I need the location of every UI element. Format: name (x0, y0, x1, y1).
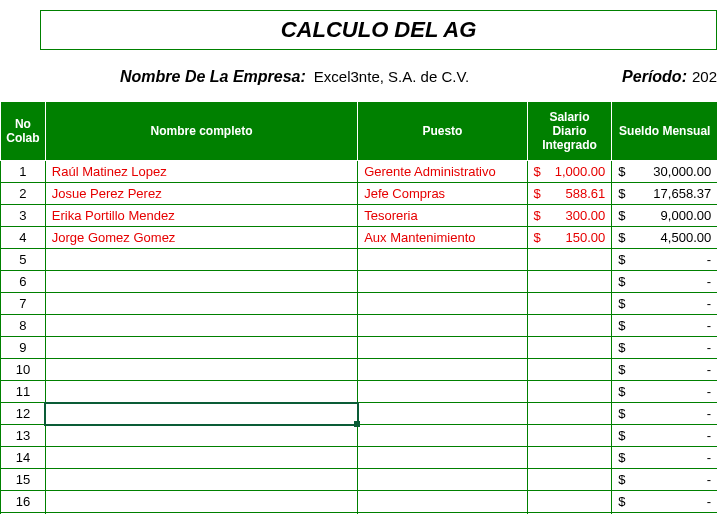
cell-nombre[interactable] (45, 381, 357, 403)
cell-sueldo[interactable]: $- (612, 293, 717, 315)
cell-no[interactable]: 15 (1, 469, 46, 491)
cell-puesto[interactable] (358, 381, 527, 403)
cell-salario[interactable] (527, 315, 612, 337)
cell-nombre[interactable]: Raúl Matinez Lopez (45, 161, 357, 183)
cell-puesto[interactable] (358, 271, 527, 293)
cell-salario[interactable]: $588.61 (527, 183, 612, 205)
cell-no[interactable]: 3 (1, 205, 46, 227)
cell-salario[interactable] (527, 271, 612, 293)
cell-puesto[interactable] (358, 469, 527, 491)
cell-nombre[interactable] (45, 293, 357, 315)
cell-sueldo[interactable]: $30,000.00 (612, 161, 717, 183)
cell-no[interactable]: 13 (1, 425, 46, 447)
cell-puesto[interactable]: Gerente Administrativo (358, 161, 527, 183)
cell-sueldo[interactable]: $- (612, 249, 717, 271)
cell-sueldo[interactable]: $- (612, 359, 717, 381)
cell-nombre[interactable] (45, 447, 357, 469)
cell-sueldo[interactable]: $- (612, 469, 717, 491)
cell-puesto[interactable] (358, 293, 527, 315)
cell-puesto[interactable] (358, 491, 527, 513)
cell-nombre[interactable] (45, 337, 357, 359)
cell-nombre[interactable] (45, 315, 357, 337)
period-label: Período: (622, 68, 687, 86)
cell-nombre[interactable] (45, 491, 357, 513)
cell-no[interactable]: 12 (1, 403, 46, 425)
cell-no[interactable]: 5 (1, 249, 46, 271)
cell-salario[interactable] (527, 293, 612, 315)
table-row: 3Erika Portillo MendezTesoreria$300.00$9… (1, 205, 718, 227)
cell-no[interactable]: 7 (1, 293, 46, 315)
cell-nombre[interactable] (45, 271, 357, 293)
header-puesto[interactable]: Puesto (358, 102, 527, 161)
header-salario[interactable]: Salario Diario Integrado (527, 102, 612, 161)
cell-salario[interactable] (527, 403, 612, 425)
cell-sueldo[interactable]: $- (612, 337, 717, 359)
cell-sueldo[interactable]: $- (612, 425, 717, 447)
cell-no[interactable]: 8 (1, 315, 46, 337)
currency-value: 1,000.00 (555, 164, 606, 179)
cell-salario[interactable] (527, 381, 612, 403)
currency-sign: $ (618, 428, 625, 443)
header-no-colab[interactable]: No Colab (1, 102, 46, 161)
cell-puesto[interactable] (358, 425, 527, 447)
cell-sueldo[interactable]: $- (612, 491, 717, 513)
cell-puesto[interactable] (358, 359, 527, 381)
cell-sueldo[interactable]: $17,658.37 (612, 183, 717, 205)
currency-sign: $ (618, 384, 625, 399)
cell-no[interactable]: 16 (1, 491, 46, 513)
cell-salario[interactable] (527, 469, 612, 491)
header-sueldo[interactable]: Sueldo Mensual (612, 102, 717, 161)
cell-no[interactable]: 9 (1, 337, 46, 359)
currency-sign: $ (534, 230, 541, 245)
cell-sueldo[interactable]: $- (612, 271, 717, 293)
cell-nombre[interactable] (45, 249, 357, 271)
cell-salario[interactable] (527, 337, 612, 359)
cell-puesto[interactable]: Aux Mantenimiento (358, 227, 527, 249)
cell-no[interactable]: 6 (1, 271, 46, 293)
cell-puesto[interactable] (358, 315, 527, 337)
cell-sueldo[interactable]: $- (612, 315, 717, 337)
cell-nombre[interactable]: Jorge Gomez Gomez (45, 227, 357, 249)
cell-sueldo[interactable]: $- (612, 403, 717, 425)
cell-salario[interactable] (527, 249, 612, 271)
cell-puesto[interactable]: Tesoreria (358, 205, 527, 227)
currency-value: - (707, 252, 711, 267)
cell-sueldo[interactable]: $- (612, 447, 717, 469)
cell-nombre[interactable]: Erika Portillo Mendez (45, 205, 357, 227)
cell-puesto[interactable] (358, 447, 527, 469)
cell-no[interactable]: 2 (1, 183, 46, 205)
table-row: 1Raúl Matinez LopezGerente Administrativ… (1, 161, 718, 183)
cell-puesto[interactable] (358, 403, 527, 425)
currency-sign: $ (534, 208, 541, 223)
cell-salario[interactable]: $300.00 (527, 205, 612, 227)
cell-no[interactable]: 14 (1, 447, 46, 469)
cell-salario[interactable] (527, 359, 612, 381)
cell-sueldo[interactable]: $9,000.00 (612, 205, 717, 227)
currency-sign: $ (618, 406, 625, 421)
cell-sueldo[interactable]: $- (612, 381, 717, 403)
header-nombre[interactable]: Nombre completo (45, 102, 357, 161)
currency-sign: $ (618, 340, 625, 355)
cell-sueldo[interactable]: $4,500.00 (612, 227, 717, 249)
currency-value: 300.00 (566, 208, 606, 223)
cell-salario[interactable]: $1,000.00 (527, 161, 612, 183)
cell-nombre[interactable]: Josue Perez Perez (45, 183, 357, 205)
cell-nombre[interactable] (45, 403, 357, 425)
table-row: 7$- (1, 293, 718, 315)
cell-no[interactable]: 1 (1, 161, 46, 183)
cell-nombre[interactable] (45, 425, 357, 447)
cell-salario[interactable]: $150.00 (527, 227, 612, 249)
cell-puesto[interactable] (358, 249, 527, 271)
cell-puesto[interactable]: Jefe Compras (358, 183, 527, 205)
cell-nombre[interactable] (45, 359, 357, 381)
cell-salario[interactable] (527, 491, 612, 513)
currency-sign: $ (618, 230, 625, 245)
cell-no[interactable]: 10 (1, 359, 46, 381)
cell-nombre[interactable] (45, 469, 357, 491)
cell-salario[interactable] (527, 447, 612, 469)
spreadsheet-table[interactable]: No Colab Nombre completo Puesto Salario … (0, 101, 717, 514)
cell-no[interactable]: 11 (1, 381, 46, 403)
cell-puesto[interactable] (358, 337, 527, 359)
cell-salario[interactable] (527, 425, 612, 447)
cell-no[interactable]: 4 (1, 227, 46, 249)
